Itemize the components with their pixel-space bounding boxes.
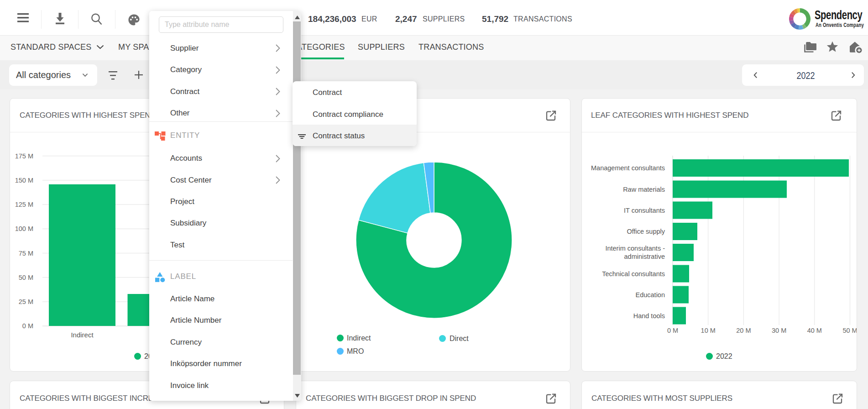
svg-text:10 M: 10 M [701,327,716,334]
svg-text:administrative: administrative [624,253,665,260]
svg-text:125 M: 125 M [15,201,33,208]
svg-text:Indirect: Indirect [71,331,94,339]
svg-text:40 M: 40 M [807,327,822,334]
svg-text:25 M: 25 M [19,298,33,305]
svg-text:0 M: 0 M [667,327,678,334]
svg-text:0 M: 0 M [22,322,33,330]
svg-text:50 M: 50 M [842,327,857,334]
svg-text:IT consultants: IT consultants [624,207,665,214]
svg-text:Technical consultants: Technical consultants [602,270,665,278]
svg-text:175 M: 175 M [15,152,33,160]
svg-text:Management consultants: Management consultants [591,164,665,172]
svg-text:Education: Education [636,291,665,299]
svg-text:Interim consultants -: Interim consultants - [605,245,665,252]
svg-text:50 M: 50 M [19,274,33,281]
svg-text:100 M: 100 M [15,225,33,232]
svg-text:Hand tools: Hand tools [633,312,665,320]
svg-text:75 M: 75 M [19,250,33,257]
svg-text:Raw materials: Raw materials [623,186,665,193]
svg-text:150 M: 150 M [15,177,33,184]
svg-text:Office supply: Office supply [627,228,665,235]
svg-text:20 M: 20 M [736,327,751,334]
svg-text:30 M: 30 M [772,327,786,334]
